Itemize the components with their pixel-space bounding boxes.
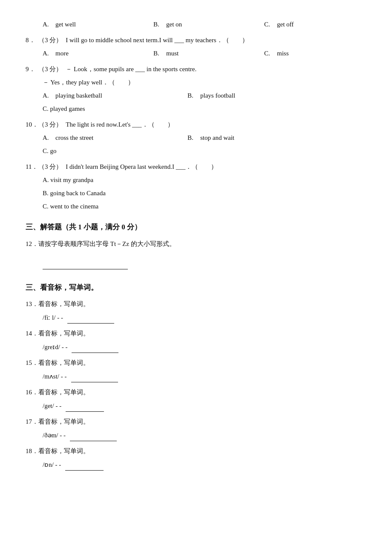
- q9-subtext: － Yes，they play well．（ ）: [43, 79, 134, 86]
- q14-phonetic: /greɪd/ - -: [43, 341, 67, 353]
- q16-number: 16．: [26, 387, 38, 398]
- q10-option-c-label: C.: [43, 147, 49, 154]
- q7-option-c: C. get off: [264, 19, 375, 30]
- q7-option-a-label: A.: [43, 19, 55, 30]
- q8-block: 8． （3 分） I will go to middle school next…: [26, 35, 366, 59]
- q13-blank[interactable]: [67, 312, 114, 324]
- q10-option-a-text: cross the street: [55, 132, 93, 144]
- q15-blank[interactable]: [71, 370, 118, 382]
- q10-option-b-text: stop and wait: [200, 132, 234, 144]
- q17-intro: 看音标，写单词。: [38, 416, 366, 428]
- q16-block: 16． 看音标，写单词。 /get/ - -: [26, 387, 366, 412]
- q10-number: 10．: [26, 119, 38, 130]
- q9-option-a-text: playing basketball: [55, 90, 102, 101]
- q14-number: 14．: [26, 328, 38, 339]
- q13-block: 13． 看音标，写单词。 /fiː l/ - -: [26, 298, 366, 324]
- q10-option-a-label: A.: [43, 132, 55, 144]
- section3a-header: 三、解答题（共 1 小题，满分 0 分）: [26, 221, 366, 234]
- q18-blank[interactable]: [65, 459, 104, 471]
- q15-phonetic: /mʌst/ - -: [43, 371, 67, 382]
- q17-phonetic-line: /ðəm/ - -: [43, 429, 366, 441]
- q11-option-c: C. went to the cinema: [43, 201, 366, 212]
- q9-text: － Look，some pupils are ___ in the sports…: [66, 64, 366, 75]
- q8-line: 8． （3 分） I will go to middle school next…: [26, 35, 366, 46]
- q9-option-a-label: A.: [43, 90, 55, 101]
- q7-option-b-text: get on: [166, 19, 182, 30]
- q8-option-a-label: A.: [43, 48, 55, 59]
- q8-option-b-text: must: [166, 48, 179, 59]
- q11-option-a: A. visit my grandpa: [43, 174, 366, 186]
- q11-block: 11． （3 分） I didn't learn Beijing Opera l…: [26, 161, 366, 212]
- q10-text: The light is red now.Let's ___．（ ）: [66, 119, 366, 130]
- q8-options-row: A. more B. must C. miss: [43, 48, 366, 59]
- q8-option-a-text: more: [55, 48, 69, 59]
- q11-option-c-text: went to the cinema: [50, 203, 99, 210]
- q9-options-row-ab: A. playing basketball B. plays football: [43, 90, 366, 101]
- q11-option-b-text: going back to Canada: [50, 190, 106, 197]
- q11-score: （3 分）: [38, 161, 62, 173]
- q16-phonetic: /get/ - -: [43, 400, 61, 412]
- q10-line: 10． （3 分） The light is red now.Let's ___…: [26, 119, 366, 130]
- q8-number: 8．: [26, 35, 38, 46]
- q9-line: 9． （3 分） － Look，some pupils are ___ in t…: [26, 64, 366, 75]
- q18-intro: 看音标，写单词。: [38, 445, 366, 457]
- q10-option-a: A. cross the street: [43, 132, 187, 144]
- q18-line: 18． 看音标，写单词。: [26, 445, 366, 457]
- q16-line: 16． 看音标，写单词。: [26, 387, 366, 398]
- q14-intro: 看音标，写单词。: [38, 328, 366, 339]
- q8-option-a: A. more: [43, 48, 153, 59]
- q11-option-a-label: A.: [43, 176, 49, 183]
- q11-option-b-label: B.: [43, 190, 49, 197]
- q7-option-b-label: B.: [153, 19, 166, 30]
- q9-option-c-text: played games: [50, 105, 85, 112]
- q12-line: 12． 请按字母表顺序写出字母 Tt－Zz 的大小写形式。: [26, 238, 366, 250]
- q13-phonetic: /fiː l/ - -: [43, 312, 63, 324]
- q16-intro: 看音标，写单词。: [38, 387, 366, 398]
- q12-answer-blank[interactable]: [43, 257, 128, 269]
- q15-line: 15． 看音标，写单词。: [26, 357, 366, 369]
- q11-line: 11． （3 分） I didn't learn Beijing Opera l…: [26, 161, 366, 173]
- q12-answer-area: [34, 253, 366, 271]
- q8-option-b-label: B.: [153, 48, 166, 59]
- q15-block: 15． 看音标，写单词。 /mʌst/ - -: [26, 357, 366, 382]
- q9-block: 9． （3 分） － Look，some pupils are ___ in t…: [26, 64, 366, 115]
- q7-option-c-label: C.: [264, 19, 277, 30]
- q10-block: 10． （3 分） The light is red now.Let's ___…: [26, 119, 366, 157]
- q14-phonetic-line: /greɪd/ - -: [43, 341, 366, 353]
- q18-phonetic: /ɒn/ - -: [43, 459, 61, 471]
- q18-number: 18．: [26, 445, 38, 457]
- q7-option-a-text: get well: [55, 19, 76, 30]
- q14-line: 14． 看音标，写单词。: [26, 328, 366, 339]
- q12-block: 12． 请按字母表顺序写出字母 Tt－Zz 的大小写形式。: [26, 238, 366, 271]
- q11-number: 11．: [26, 161, 38, 173]
- q7-options-row: A. get well B. get on C. get off: [43, 19, 366, 30]
- q17-blank[interactable]: [70, 429, 117, 441]
- q9-option-b: B. plays football: [187, 90, 298, 101]
- q10-option-c: C. go: [43, 145, 366, 157]
- q14-blank[interactable]: [72, 341, 118, 353]
- q8-text: I will go to middle school next term.I w…: [66, 35, 366, 46]
- q9-score: （3 分）: [38, 64, 62, 75]
- q17-block: 17． 看音标，写单词。 /ðəm/ - -: [26, 416, 366, 441]
- q16-blank[interactable]: [66, 400, 104, 412]
- q9-option-c-label: C.: [43, 105, 49, 112]
- q9-option-b-label: B.: [187, 90, 200, 101]
- q12-number: 12．: [26, 238, 38, 250]
- q9-option-a: A. playing basketball: [43, 90, 187, 101]
- q7-option-b: B. get on: [153, 19, 264, 30]
- q18-block: 18． 看音标，写单词。 /ɒn/ - -: [26, 445, 366, 471]
- q9-number: 9．: [26, 64, 38, 75]
- q8-option-b: B. must: [153, 48, 264, 59]
- q17-number: 17．: [26, 416, 38, 428]
- q9-option-c: C. played games: [43, 103, 366, 115]
- q8-option-c: C. miss: [264, 48, 375, 59]
- q8-score: （3 分）: [38, 35, 62, 46]
- q9-subtext-line: － Yes，they play well．（ ）: [43, 77, 366, 88]
- q17-line: 17． 看音标，写单词。: [26, 416, 366, 428]
- q11-option-a-text: visit my grandpa: [50, 176, 93, 183]
- q10-score: （3 分）: [38, 119, 62, 130]
- q11-text: I didn't learn Beijing Opera last weeken…: [66, 161, 366, 173]
- q13-number: 13．: [26, 298, 38, 310]
- q15-intro: 看音标，写单词。: [38, 357, 366, 369]
- q11-option-b: B. going back to Canada: [43, 188, 366, 199]
